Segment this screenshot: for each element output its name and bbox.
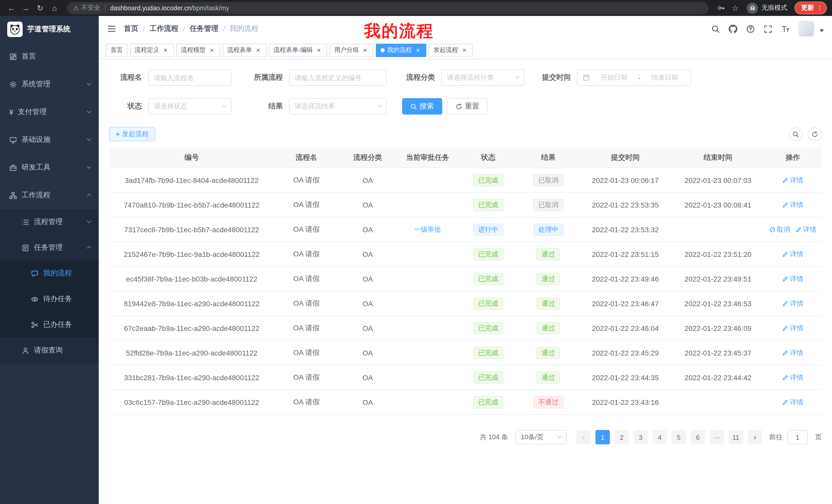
detail-link[interactable]: 详情 [782, 373, 803, 382]
sidebar-collapse-button[interactable] [107, 24, 116, 33]
sidebar-item-home[interactable]: 首页 [0, 43, 99, 71]
tab-user-group[interactable]: 用户分组× [330, 44, 373, 57]
tab-home[interactable]: 首页 [106, 44, 128, 57]
browser-update-button[interactable]: 更新 ⋮ [795, 2, 827, 15]
process-definition-input[interactable] [289, 69, 387, 86]
tab-process-form-edit[interactable]: 流程表单-编辑× [269, 44, 327, 57]
close-icon[interactable]: × [208, 47, 215, 54]
browser-menu-icon[interactable]: ⋮ [816, 4, 823, 12]
breadcrumb-item[interactable]: 工作流程 [150, 24, 178, 33]
status-select[interactable]: 请选择状态 [148, 98, 231, 115]
browser-window: ← → ↻ ⌂ ⚠ 不安全 dashboard.yudao.iocoder.cn… [0, 0, 832, 504]
refresh-table-button[interactable] [808, 127, 822, 141]
header-search-icon[interactable] [711, 24, 720, 33]
status-cell: 已完成 [458, 199, 518, 211]
submit-time-range-picker[interactable]: 开始日期 - 结束日期 [577, 69, 691, 86]
sidebar-item-label: 基础设施 [22, 135, 83, 144]
column-header: 流程名 [274, 153, 338, 162]
detail-link[interactable]: 详情 [782, 175, 803, 185]
tab-process-form[interactable]: 流程表单× [223, 44, 266, 57]
browser-back-button[interactable]: ← [5, 2, 18, 14]
tab-label: 首页 [110, 46, 123, 54]
sidebar-item-process-management[interactable]: 流程管理 [0, 209, 99, 235]
filter-row-2: 状态 请选择状态 结果 请选择流结果 [109, 98, 822, 115]
detail-link[interactable]: 详情 [782, 397, 803, 407]
table-row: 03c6c157-7b9a-11ec-a290-acde48001122OA 请… [109, 390, 822, 415]
page-size-select[interactable]: 10条/页 [515, 430, 567, 444]
detail-link[interactable]: 详情 [782, 200, 803, 209]
fullscreen-icon[interactable] [763, 24, 772, 33]
github-icon[interactable] [729, 24, 737, 33]
user-avatar[interactable] [799, 21, 814, 36]
close-icon[interactable]: × [414, 47, 422, 54]
total-count: 共 104 条 [480, 432, 508, 442]
detail-link[interactable]: 详情 [796, 225, 816, 234]
result-cell: 通过 [518, 248, 579, 260]
browser-home-button[interactable]: ⌂ [48, 2, 61, 14]
sidebar-item-leave-query[interactable]: 请假查询 [0, 338, 99, 363]
detail-link[interactable]: 详情 [782, 249, 803, 259]
close-icon[interactable]: × [255, 47, 262, 54]
close-icon[interactable]: × [362, 47, 369, 54]
sidebar-item-payment[interactable]: ¥支付管理 [0, 98, 99, 126]
result-select[interactable]: 请选择流结果 [289, 98, 387, 115]
sidebar-item-system[interactable]: 系统管理 [0, 71, 99, 98]
breadcrumb-item[interactable]: 任务管理 [190, 24, 218, 33]
app-logo[interactable]: 芋道管理系统 [0, 16, 99, 43]
sidebar-item-task-management[interactable]: 任务管理 [0, 235, 99, 260]
help-icon[interactable] [746, 24, 755, 33]
reset-button[interactable]: 重置 [447, 98, 488, 115]
cancel-link[interactable]: 取消 [769, 225, 790, 234]
search-toggle-button[interactable] [789, 127, 803, 141]
process-category-select[interactable]: 请选择流程分类 [441, 69, 524, 86]
sidebar-item-devtools[interactable]: 研发工具 [0, 153, 99, 181]
start-process-button[interactable]: + 发起流程 [109, 127, 155, 141]
status-tag: 已完成 [473, 174, 503, 186]
process-category-label: 流程分类 [402, 73, 435, 82]
page-button[interactable]: 4 [653, 430, 667, 444]
page-button[interactable]: 6 [691, 430, 705, 444]
detail-link[interactable]: 详情 [782, 348, 803, 357]
password-key-icon[interactable] [715, 2, 727, 14]
prev-page-button[interactable]: ‹ [576, 430, 591, 444]
sidebar-item-done-tasks[interactable]: 已办任务 [0, 312, 99, 338]
close-icon[interactable]: × [461, 47, 468, 54]
bookmark-star-icon[interactable]: ☆ [729, 2, 742, 14]
page-button[interactable]: 2 [615, 430, 629, 444]
detail-link[interactable]: 详情 [782, 324, 803, 333]
page-button[interactable]: 11 [729, 430, 743, 444]
goto-page-input[interactable] [787, 430, 808, 444]
browser-forward-button[interactable]: → [20, 2, 32, 14]
next-page-button[interactable]: › [748, 430, 762, 444]
page-button[interactable]: 1 [595, 430, 610, 444]
sidebar-item-my-process[interactable]: 我的流程 [0, 260, 99, 286]
row-id: 3ad174fb-7b9d-11ec-8404-acde48001122 [109, 176, 274, 184]
page-button[interactable]: 5 [672, 430, 686, 444]
current-task-link[interactable]: 一级审批 [414, 225, 441, 234]
detail-link[interactable]: 详情 [782, 299, 803, 308]
breadcrumb-item[interactable]: 首页 [124, 24, 138, 33]
tab-start-process[interactable]: 发起流程× [429, 44, 473, 57]
tab-my-process[interactable]: 我的流程× [376, 44, 426, 57]
process-name-filter: 流程名 [109, 69, 231, 86]
close-icon[interactable]: × [162, 47, 169, 54]
column-header: 编号 [109, 153, 274, 162]
font-size-icon[interactable] [781, 24, 790, 33]
close-icon[interactable]: × [315, 47, 322, 54]
address-bar[interactable]: ⚠ 不安全 dashboard.yudao.iocoder.cn/bpm/tas… [67, 2, 709, 14]
sidebar-item-infrastructure[interactable]: 基础设施 [0, 126, 99, 153]
browser-reload-button[interactable]: ↻ [34, 2, 46, 14]
sidebar-item-workflow[interactable]: 工作流程 [0, 181, 99, 209]
action-label: 详情 [790, 249, 803, 259]
sidebar-item-todo-tasks[interactable]: 待办任务 [0, 286, 99, 312]
page-button[interactable]: 3 [633, 430, 648, 444]
search-button[interactable]: 搜索 [402, 98, 442, 115]
end-time: 2022-01-22 23:44:42 [672, 373, 764, 382]
tab-process-definition[interactable]: 流程定义× [130, 44, 174, 57]
process-name-input[interactable] [148, 69, 231, 86]
tab-process-model[interactable]: 流程模型× [176, 44, 220, 57]
avatar-caret-down-icon[interactable] [820, 29, 824, 32]
pagination-ellipsis[interactable]: ··· [710, 430, 724, 444]
detail-link[interactable]: 详情 [782, 274, 803, 283]
tasks-icon [22, 244, 29, 251]
